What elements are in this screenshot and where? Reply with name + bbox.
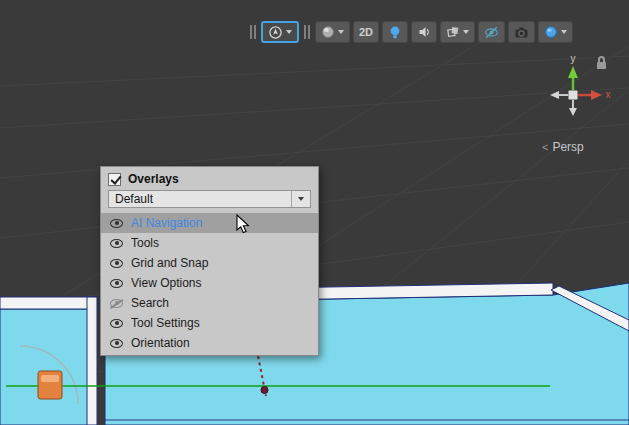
overlay-item-tool-settings[interactable]: Tool Settings xyxy=(101,313,318,333)
scene-camera-button[interactable] xyxy=(508,21,535,43)
scene-view-toolbar: 2D xyxy=(248,20,573,44)
axis-y[interactable]: y xyxy=(568,53,578,95)
overlay-preset-value: Default xyxy=(115,192,291,206)
eye-icon[interactable] xyxy=(110,259,123,268)
eye-icon[interactable] xyxy=(110,219,123,228)
overlay-item-view-options[interactable]: View Options xyxy=(101,273,318,293)
overlays-menu-title: Overlays xyxy=(128,172,179,186)
eye-icon[interactable] xyxy=(110,279,123,288)
overlay-menu-button[interactable] xyxy=(261,21,299,43)
audio-toggle-button[interactable] xyxy=(411,21,437,43)
overlays-menu-header: Overlays xyxy=(101,167,318,190)
chevron-down-icon xyxy=(338,30,344,34)
overlay-drag-handle[interactable] xyxy=(250,25,256,39)
mouse-cursor xyxy=(236,214,250,235)
overlays-menu: Overlays Default AI Navigation Tools Gri… xyxy=(100,166,319,356)
chevron-down-icon xyxy=(286,30,292,34)
gizmo-center-cube[interactable] xyxy=(569,91,578,100)
overlay-menu-icon xyxy=(268,25,283,40)
overlay-item-grid-and-snap[interactable]: Grid and Snap xyxy=(101,253,318,273)
furniture-object[interactable] xyxy=(38,371,62,399)
path-endpoint-dot xyxy=(261,387,268,394)
eye-icon[interactable] xyxy=(110,239,123,248)
lighting-toggle-button[interactable] xyxy=(382,21,408,43)
chevron-down-icon xyxy=(298,197,304,201)
wall-left-vertical[interactable] xyxy=(87,297,97,425)
overlay-item-search[interactable]: Search xyxy=(101,293,318,313)
overlay-item-orientation[interactable]: Orientation xyxy=(101,333,318,353)
axis-x-label: x xyxy=(606,89,611,100)
lock-icon[interactable] xyxy=(597,56,606,69)
overlay-item-ai-navigation[interactable]: AI Navigation xyxy=(101,213,318,233)
shading-mode-button[interactable] xyxy=(315,21,350,43)
lighting-icon xyxy=(388,25,402,40)
overlay-preset-dropdown[interactable]: Default xyxy=(108,190,311,208)
overlay-item-tools[interactable]: Tools xyxy=(101,233,318,253)
shading-mode-icon xyxy=(321,25,335,39)
axis-y-label: y xyxy=(571,53,576,64)
collapse-icon: < xyxy=(542,141,548,153)
toolbar-drag-handle[interactable] xyxy=(304,25,310,39)
unity-scene-view: 2D xyxy=(0,0,629,425)
projection-label: Persp xyxy=(552,140,583,154)
view-2d-label: 2D xyxy=(359,26,373,38)
eye-slash-icon[interactable] xyxy=(110,299,123,308)
chevron-down-icon xyxy=(561,30,567,34)
view-2d-button[interactable]: 2D xyxy=(353,21,379,43)
dropdown-caret-box xyxy=(291,191,304,207)
wall-left-top[interactable] xyxy=(0,297,97,309)
gizmos-icon xyxy=(544,25,558,39)
scene-visibility-button[interactable] xyxy=(478,21,505,43)
eye-icon[interactable] xyxy=(110,319,123,328)
effects-icon xyxy=(446,25,460,39)
navmesh-area-left[interactable] xyxy=(0,309,88,425)
axis-x[interactable]: x xyxy=(573,89,611,100)
audio-icon xyxy=(417,25,431,39)
effects-button[interactable] xyxy=(440,21,475,43)
gizmos-button[interactable] xyxy=(538,21,573,43)
eye-icon[interactable] xyxy=(110,339,123,348)
overlays-enabled-checkbox[interactable] xyxy=(108,173,121,186)
scene-visibility-icon xyxy=(484,25,499,40)
chevron-down-icon xyxy=(463,30,469,34)
projection-switch[interactable]: < Persp xyxy=(542,140,584,154)
camera-icon xyxy=(514,26,529,39)
